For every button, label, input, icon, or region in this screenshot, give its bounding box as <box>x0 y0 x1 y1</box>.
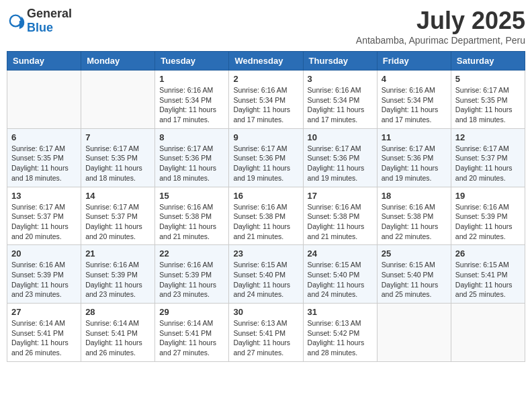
calendar-cell: 7Sunrise: 6:17 AMSunset: 5:35 PMDaylight… <box>81 128 155 187</box>
day-number: 10 <box>308 132 373 142</box>
logo: General Blue <box>7 7 72 35</box>
day-number: 29 <box>159 307 224 317</box>
cell-info: Sunrise: 6:15 AMSunset: 5:41 PMDaylight:… <box>455 260 521 300</box>
month-title: July 2025 <box>356 7 525 35</box>
cell-info: Sunrise: 6:15 AMSunset: 5:40 PMDaylight:… <box>308 260 373 300</box>
calendar-cell: 2Sunrise: 6:16 AMSunset: 5:34 PMDaylight… <box>229 71 303 129</box>
weekday-wednesday: Wednesday <box>229 52 303 71</box>
cell-info: Sunrise: 6:13 AMSunset: 5:41 PMDaylight:… <box>233 318 298 358</box>
day-number: 14 <box>85 191 150 201</box>
calendar-week-row: 1Sunrise: 6:16 AMSunset: 5:34 PMDaylight… <box>7 71 525 129</box>
calendar-cell: 31Sunrise: 6:13 AMSunset: 5:42 PMDayligh… <box>303 304 377 362</box>
weekday-tuesday: Tuesday <box>155 52 229 71</box>
weekday-sunday: Sunday <box>7 52 81 71</box>
cell-info: Sunrise: 6:16 AMSunset: 5:39 PMDaylight:… <box>11 260 77 300</box>
day-number: 4 <box>382 74 447 84</box>
day-number: 23 <box>233 248 298 259</box>
cell-info: Sunrise: 6:14 AMSunset: 5:41 PMDaylight:… <box>11 318 77 358</box>
day-number: 12 <box>455 132 521 142</box>
cell-info: Sunrise: 6:17 AMSunset: 5:35 PMDaylight:… <box>11 144 77 183</box>
calendar-cell: 30Sunrise: 6:13 AMSunset: 5:41 PMDayligh… <box>229 304 303 362</box>
cell-info: Sunrise: 6:16 AMSunset: 5:34 PMDaylight:… <box>233 85 298 125</box>
calendar-cell: 14Sunrise: 6:17 AMSunset: 5:37 PMDayligh… <box>81 187 155 245</box>
calendar-cell: 29Sunrise: 6:14 AMSunset: 5:41 PMDayligh… <box>155 304 229 362</box>
cell-info: Sunrise: 6:17 AMSunset: 5:37 PMDaylight:… <box>455 144 521 183</box>
calendar-cell: 13Sunrise: 6:17 AMSunset: 5:37 PMDayligh… <box>7 187 81 245</box>
calendar-cell: 23Sunrise: 6:15 AMSunset: 5:40 PMDayligh… <box>229 245 303 304</box>
cell-info: Sunrise: 6:17 AMSunset: 5:36 PMDaylight:… <box>159 144 224 183</box>
calendar-cell: 20Sunrise: 6:16 AMSunset: 5:39 PMDayligh… <box>7 245 81 304</box>
calendar-week-row: 13Sunrise: 6:17 AMSunset: 5:37 PMDayligh… <box>7 187 525 245</box>
calendar-cell: 16Sunrise: 6:16 AMSunset: 5:38 PMDayligh… <box>229 187 303 245</box>
calendar-cell: 27Sunrise: 6:14 AMSunset: 5:41 PMDayligh… <box>7 304 81 362</box>
cell-info: Sunrise: 6:16 AMSunset: 5:39 PMDaylight:… <box>85 260 150 300</box>
day-number: 28 <box>85 307 150 317</box>
weekday-thursday: Thursday <box>303 52 377 71</box>
cell-info: Sunrise: 6:16 AMSunset: 5:39 PMDaylight:… <box>159 260 224 300</box>
calendar-cell: 11Sunrise: 6:17 AMSunset: 5:36 PMDayligh… <box>377 128 451 187</box>
day-number: 15 <box>159 191 224 201</box>
cell-info: Sunrise: 6:15 AMSunset: 5:40 PMDaylight:… <box>233 260 298 300</box>
cell-info: Sunrise: 6:14 AMSunset: 5:41 PMDaylight:… <box>85 318 150 358</box>
calendar-cell <box>451 304 525 362</box>
calendar-cell: 21Sunrise: 6:16 AMSunset: 5:39 PMDayligh… <box>81 245 155 304</box>
cell-info: Sunrise: 6:17 AMSunset: 5:36 PMDaylight:… <box>233 144 298 183</box>
calendar-cell: 9Sunrise: 6:17 AMSunset: 5:36 PMDaylight… <box>229 128 303 187</box>
cell-info: Sunrise: 6:17 AMSunset: 5:37 PMDaylight:… <box>11 202 77 242</box>
cell-info: Sunrise: 6:14 AMSunset: 5:41 PMDaylight:… <box>159 318 224 358</box>
cell-info: Sunrise: 6:16 AMSunset: 5:34 PMDaylight:… <box>308 85 373 125</box>
page-header: General Blue July 2025 Antabamba, Apurim… <box>7 7 525 46</box>
calendar-cell: 22Sunrise: 6:16 AMSunset: 5:39 PMDayligh… <box>155 245 229 304</box>
calendar-cell: 26Sunrise: 6:15 AMSunset: 5:41 PMDayligh… <box>451 245 525 304</box>
cell-info: Sunrise: 6:13 AMSunset: 5:42 PMDaylight:… <box>308 318 373 358</box>
day-number: 27 <box>11 307 77 317</box>
day-number: 18 <box>382 191 447 201</box>
calendar-cell: 18Sunrise: 6:16 AMSunset: 5:38 PMDayligh… <box>377 187 451 245</box>
day-number: 8 <box>159 132 224 142</box>
calendar-cell: 19Sunrise: 6:16 AMSunset: 5:39 PMDayligh… <box>451 187 525 245</box>
cell-info: Sunrise: 6:16 AMSunset: 5:38 PMDaylight:… <box>159 202 224 242</box>
day-number: 30 <box>233 307 298 317</box>
cell-info: Sunrise: 6:17 AMSunset: 5:35 PMDaylight:… <box>85 144 150 183</box>
calendar-cell: 5Sunrise: 6:17 AMSunset: 5:35 PMDaylight… <box>451 71 525 129</box>
day-number: 6 <box>11 132 77 142</box>
calendar-cell: 1Sunrise: 6:16 AMSunset: 5:34 PMDaylight… <box>155 71 229 129</box>
weekday-monday: Monday <box>81 52 155 71</box>
cell-info: Sunrise: 6:16 AMSunset: 5:38 PMDaylight:… <box>233 202 298 242</box>
calendar-week-row: 6Sunrise: 6:17 AMSunset: 5:35 PMDaylight… <box>7 128 525 187</box>
day-number: 22 <box>159 248 224 259</box>
day-number: 9 <box>233 132 298 142</box>
cell-info: Sunrise: 6:17 AMSunset: 5:36 PMDaylight:… <box>308 144 373 183</box>
cell-info: Sunrise: 6:16 AMSunset: 5:38 PMDaylight:… <box>382 202 447 242</box>
day-number: 26 <box>455 248 521 259</box>
calendar-cell <box>81 71 155 129</box>
calendar-cell: 3Sunrise: 6:16 AMSunset: 5:34 PMDaylight… <box>303 71 377 129</box>
calendar-cell: 24Sunrise: 6:15 AMSunset: 5:40 PMDayligh… <box>303 245 377 304</box>
location-title: Antabamba, Apurimac Department, Peru <box>356 35 525 46</box>
cell-info: Sunrise: 6:16 AMSunset: 5:34 PMDaylight:… <box>382 85 447 125</box>
cell-info: Sunrise: 6:16 AMSunset: 5:39 PMDaylight:… <box>455 202 521 242</box>
calendar-cell <box>7 71 81 129</box>
cell-info: Sunrise: 6:17 AMSunset: 5:36 PMDaylight:… <box>382 144 447 183</box>
calendar-table: SundayMondayTuesdayWednesdayThursdayFrid… <box>7 51 525 362</box>
day-number: 20 <box>11 248 77 259</box>
calendar-cell: 28Sunrise: 6:14 AMSunset: 5:41 PMDayligh… <box>81 304 155 362</box>
day-number: 11 <box>382 132 447 142</box>
calendar-cell <box>377 304 451 362</box>
cell-info: Sunrise: 6:16 AMSunset: 5:34 PMDaylight:… <box>159 85 224 125</box>
day-number: 13 <box>11 191 77 201</box>
day-number: 31 <box>308 307 373 317</box>
day-number: 5 <box>455 74 521 84</box>
day-number: 1 <box>159 74 224 84</box>
calendar-cell: 4Sunrise: 6:16 AMSunset: 5:34 PMDaylight… <box>377 71 451 129</box>
calendar-cell: 15Sunrise: 6:16 AMSunset: 5:38 PMDayligh… <box>155 187 229 245</box>
weekday-saturday: Saturday <box>451 52 525 71</box>
day-number: 25 <box>382 248 447 259</box>
day-number: 19 <box>455 191 521 201</box>
calendar-cell: 6Sunrise: 6:17 AMSunset: 5:35 PMDaylight… <box>7 128 81 187</box>
calendar-cell: 12Sunrise: 6:17 AMSunset: 5:37 PMDayligh… <box>451 128 525 187</box>
day-number: 2 <box>233 74 298 84</box>
cell-info: Sunrise: 6:17 AMSunset: 5:37 PMDaylight:… <box>85 202 150 242</box>
day-number: 24 <box>308 248 373 259</box>
calendar-cell: 10Sunrise: 6:17 AMSunset: 5:36 PMDayligh… <box>303 128 377 187</box>
